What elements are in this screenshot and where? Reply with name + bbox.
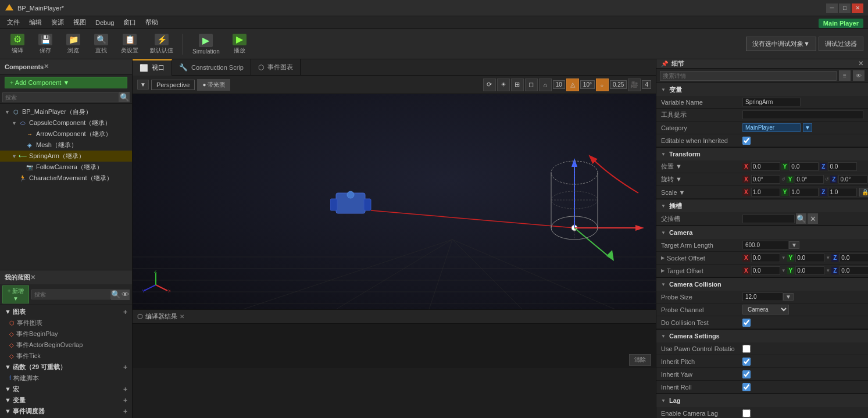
tree-item-capsule[interactable]: ▼ ⬭ CapsuleComponent（继承） bbox=[0, 117, 132, 128]
socket-search-btn[interactable]: 🔍 bbox=[796, 213, 806, 224]
rot-y-input[interactable] bbox=[795, 175, 824, 184]
bp-actor-overlap[interactable]: ◇ 事件ActorBeginOverlap bbox=[0, 340, 132, 351]
details-list-view-btn[interactable]: ≡ bbox=[839, 70, 851, 81]
scale-y-input[interactable] bbox=[790, 188, 819, 197]
find-button[interactable]: 🔍 直找 bbox=[88, 31, 114, 57]
browse-button[interactable]: 📁 浏览 bbox=[60, 31, 86, 57]
bp-construct-script[interactable]: f 构建脚本 bbox=[0, 373, 132, 384]
perspective-btn[interactable]: Perspective bbox=[151, 80, 195, 90]
details-search-input[interactable] bbox=[660, 71, 837, 81]
inherit-yaw-checkbox[interactable] bbox=[742, 370, 751, 378]
menu-edit[interactable]: 编辑 bbox=[24, 17, 47, 28]
tree-item-movement[interactable]: 🏃 CharacterMovement（继承） bbox=[0, 173, 132, 184]
to-y-spin[interactable]: ▼ bbox=[826, 268, 830, 273]
to-z-input[interactable] bbox=[840, 266, 868, 275]
menu-window[interactable]: 窗口 bbox=[119, 17, 141, 28]
bp-macros-add[interactable]: + bbox=[123, 385, 127, 394]
parent-socket-input[interactable] bbox=[742, 215, 795, 223]
menu-file[interactable]: 文件 bbox=[2, 17, 24, 28]
snap-rotate-btn[interactable]: ⌂ bbox=[539, 78, 552, 91]
bp-section-macros[interactable]: ▼ 宏 + bbox=[0, 384, 132, 395]
bp-variables-add[interactable]: + bbox=[123, 396, 127, 405]
bp-event-graph[interactable]: ⬡ 事件图表 bbox=[0, 317, 132, 328]
menu-help[interactable]: 帮助 bbox=[141, 17, 163, 28]
pos-x-input[interactable] bbox=[751, 162, 780, 171]
my-bp-close[interactable]: ✕ bbox=[30, 274, 35, 281]
editable-checkbox[interactable] bbox=[742, 137, 751, 145]
arm-length-input[interactable] bbox=[742, 241, 789, 249]
play-button[interactable]: ▶ 播放 bbox=[227, 31, 252, 57]
bp-search-btn[interactable]: 🔍 bbox=[111, 290, 121, 300]
defaults-button[interactable]: ⚡ 默认认值 bbox=[145, 31, 178, 57]
category-input[interactable] bbox=[742, 123, 801, 132]
tree-item-bp-mainplayer[interactable]: ▼ ⬡ BP_MainPlayer（自身） bbox=[0, 106, 132, 117]
variable-section-header[interactable]: 变量 bbox=[656, 83, 868, 96]
to-x-input[interactable] bbox=[751, 266, 780, 275]
socket-offset-expand[interactable]: ▶ bbox=[661, 255, 665, 260]
maximize-button[interactable]: □ bbox=[839, 3, 851, 13]
details-close[interactable]: ✕ bbox=[858, 60, 863, 67]
bp-section-functions[interactable]: ▼ 函数（29 可重载） + bbox=[0, 362, 132, 373]
close-button[interactable]: ✕ bbox=[852, 3, 863, 13]
so-y-spin[interactable]: ▼ bbox=[826, 255, 830, 260]
scale-z-input[interactable] bbox=[828, 188, 857, 197]
menu-view[interactable]: 视图 bbox=[69, 17, 91, 28]
tree-item-mesh[interactable]: ◈ Mesh（继承） bbox=[0, 140, 132, 151]
to-y-input[interactable] bbox=[795, 266, 824, 275]
bp-tick[interactable]: ◇ 事件Tick bbox=[0, 351, 132, 362]
rot-z-input[interactable] bbox=[838, 175, 867, 184]
grid-btn[interactable]: ⊞ bbox=[511, 78, 524, 91]
probe-size-down[interactable]: ▼ bbox=[783, 293, 794, 301]
output-clear-button[interactable]: 清除 bbox=[629, 354, 651, 366]
class-settings-button[interactable]: 📋 类设置 bbox=[116, 31, 143, 57]
bp-charts-add[interactable]: + bbox=[123, 308, 127, 316]
bp-search-input[interactable] bbox=[31, 290, 111, 299]
minimize-button[interactable]: ─ bbox=[826, 3, 838, 13]
output-tab-close[interactable]: ✕ bbox=[180, 313, 184, 320]
so-x-input[interactable] bbox=[751, 253, 780, 262]
transform-section-header[interactable]: Transform bbox=[656, 148, 868, 160]
category-dropdown[interactable]: ▼ bbox=[803, 123, 812, 132]
so-z-input[interactable] bbox=[840, 253, 868, 262]
inherit-pitch-checkbox[interactable] bbox=[742, 358, 751, 366]
debug-target-button[interactable]: 没有选中调试对象▼ bbox=[746, 37, 816, 51]
component-search-input[interactable] bbox=[2, 92, 119, 102]
component-search-btn[interactable]: 🔍 bbox=[119, 92, 130, 102]
viewport-menu-btn[interactable]: ▼ bbox=[137, 80, 149, 90]
scale-icon[interactable]: ⬦ bbox=[596, 78, 609, 91]
lag-section-header[interactable]: Lag bbox=[656, 394, 868, 407]
new-button[interactable]: + 新增▼ bbox=[2, 285, 29, 303]
so-x-spin[interactable]: ▼ bbox=[781, 255, 786, 260]
rot-y-spin[interactable]: ↺ bbox=[825, 177, 829, 182]
debug-filter-button[interactable]: 调试过滤器 bbox=[819, 37, 863, 51]
compile-button[interactable]: ⚙ 编译 bbox=[5, 31, 30, 57]
target-offset-expand[interactable]: ▶ bbox=[661, 268, 665, 273]
lighting-btn[interactable]: ● 带光照 bbox=[197, 79, 230, 91]
collision-test-checkbox[interactable] bbox=[742, 319, 751, 327]
rot-x-spin[interactable]: ↺ bbox=[781, 177, 785, 182]
snap-angle-icon[interactable]: ◬ bbox=[566, 78, 579, 91]
add-component-button[interactable]: + Add Component ▼ bbox=[5, 77, 127, 88]
bp-functions-add[interactable]: + bbox=[123, 363, 127, 371]
tree-item-arrow[interactable]: → ArrowComponent（继承） bbox=[0, 128, 132, 140]
probe-channel-select[interactable]: Camera Visibility bbox=[742, 305, 789, 315]
bp-begin-play[interactable]: ◇ 事件BeginPlay bbox=[0, 328, 132, 340]
socket-clear-btn[interactable]: ✕ bbox=[808, 213, 818, 224]
scale-x-input[interactable] bbox=[751, 188, 780, 197]
inherit-roll-checkbox[interactable] bbox=[742, 383, 751, 391]
var-name-input[interactable] bbox=[742, 98, 801, 106]
pos-z-input[interactable] bbox=[828, 162, 857, 171]
tab-construction[interactable]: 🔧 Construction Scrip bbox=[172, 59, 251, 76]
tree-item-springarm[interactable]: ▼ ⟵ SpringArm（继承） bbox=[0, 151, 132, 162]
arm-length-down[interactable]: ▼ bbox=[789, 241, 799, 249]
tree-item-camera[interactable]: 📷 FollowCamera（继承） bbox=[0, 162, 132, 173]
3d-viewport[interactable]: X Y Z bbox=[133, 94, 656, 309]
simulation-button[interactable]: ▶ Simulation bbox=[188, 31, 224, 57]
view-mode-btn[interactable]: ☀ bbox=[497, 78, 510, 91]
bp-dispatcher-add[interactable]: + bbox=[123, 408, 127, 416]
camera-settings-header[interactable]: Camera Settings bbox=[656, 330, 868, 342]
tab-event-graph[interactable]: ⬡ 事件图表 bbox=[251, 59, 301, 76]
pawn-control-checkbox[interactable] bbox=[742, 345, 751, 353]
tooltip-input[interactable] bbox=[742, 110, 863, 119]
perspective-icon-btn[interactable]: ⟳ bbox=[483, 78, 496, 91]
